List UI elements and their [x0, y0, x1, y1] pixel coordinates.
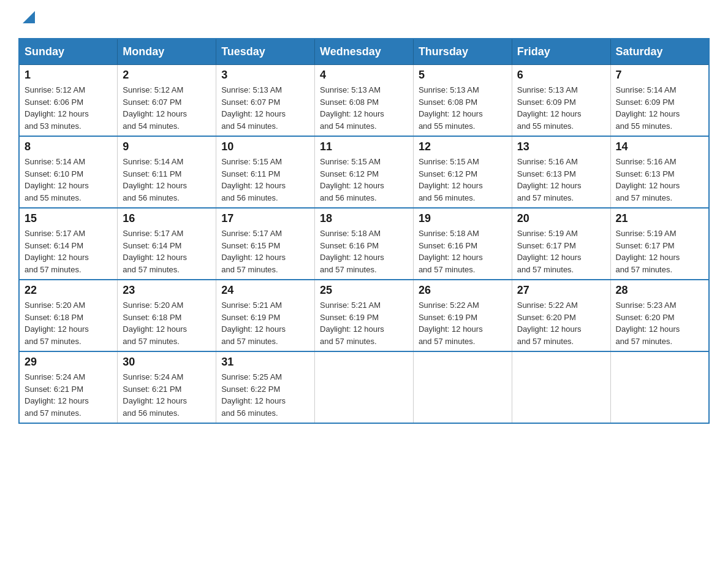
- day-number: 21: [616, 212, 703, 225]
- svg-marker-0: [23, 11, 35, 23]
- calendar-cell: 2 Sunrise: 5:12 AM Sunset: 6:07 PM Dayli…: [118, 65, 216, 137]
- day-number: 19: [419, 212, 507, 225]
- day-number: 29: [25, 356, 112, 369]
- calendar-cell: 28 Sunrise: 5:23 AM Sunset: 6:20 PM Dayl…: [610, 280, 709, 351]
- day-info: Sunrise: 5:18 AM Sunset: 6:16 PM Dayligh…: [419, 228, 507, 275]
- logo: [18, 12, 37, 26]
- day-info: Sunrise: 5:16 AM Sunset: 6:13 PM Dayligh…: [517, 156, 605, 204]
- day-number: 8: [25, 140, 112, 153]
- calendar-cell: 12 Sunrise: 5:15 AM Sunset: 6:12 PM Dayl…: [413, 136, 512, 208]
- calendar-cell: 26 Sunrise: 5:22 AM Sunset: 6:19 PM Dayl…: [413, 280, 512, 351]
- day-number: 11: [320, 140, 408, 153]
- calendar-week-row: 22 Sunrise: 5:20 AM Sunset: 6:18 PM Dayl…: [19, 280, 709, 351]
- calendar-cell: 29 Sunrise: 5:24 AM Sunset: 6:21 PM Dayl…: [19, 351, 118, 423]
- day-number: 5: [419, 69, 507, 82]
- calendar-week-row: 29 Sunrise: 5:24 AM Sunset: 6:21 PM Dayl…: [19, 351, 709, 423]
- calendar-cell: 17 Sunrise: 5:17 AM Sunset: 6:15 PM Dayl…: [216, 208, 315, 280]
- logo-triangle-icon: [20, 9, 37, 26]
- day-info: Sunrise: 5:18 AM Sunset: 6:16 PM Dayligh…: [320, 228, 408, 275]
- day-number: 14: [616, 140, 703, 153]
- day-info: Sunrise: 5:20 AM Sunset: 6:18 PM Dayligh…: [25, 299, 112, 347]
- calendar-cell: 3 Sunrise: 5:13 AM Sunset: 6:07 PM Dayli…: [216, 65, 315, 137]
- day-number: 6: [517, 69, 605, 82]
- day-number: 15: [25, 212, 112, 225]
- day-number: 26: [419, 284, 507, 297]
- day-info: Sunrise: 5:23 AM Sunset: 6:20 PM Dayligh…: [616, 299, 703, 347]
- header-tuesday: Tuesday: [216, 39, 315, 65]
- calendar-cell: 14 Sunrise: 5:16 AM Sunset: 6:13 PM Dayl…: [610, 136, 709, 208]
- day-info: Sunrise: 5:12 AM Sunset: 6:07 PM Dayligh…: [123, 84, 211, 132]
- day-number: 30: [123, 356, 211, 369]
- calendar-cell: 13 Sunrise: 5:16 AM Sunset: 6:13 PM Dayl…: [512, 136, 610, 208]
- calendar-cell: 24 Sunrise: 5:21 AM Sunset: 6:19 PM Dayl…: [216, 280, 315, 351]
- calendar-cell: 9 Sunrise: 5:14 AM Sunset: 6:11 PM Dayli…: [118, 136, 216, 208]
- day-number: 13: [517, 140, 605, 153]
- calendar-cell: [512, 351, 610, 423]
- calendar-week-row: 1 Sunrise: 5:12 AM Sunset: 6:06 PM Dayli…: [19, 65, 709, 137]
- calendar-week-row: 8 Sunrise: 5:14 AM Sunset: 6:10 PM Dayli…: [19, 136, 709, 208]
- day-info: Sunrise: 5:17 AM Sunset: 6:14 PM Dayligh…: [123, 228, 211, 275]
- calendar-cell: 6 Sunrise: 5:13 AM Sunset: 6:09 PM Dayli…: [512, 65, 610, 137]
- day-info: Sunrise: 5:13 AM Sunset: 6:08 PM Dayligh…: [320, 84, 408, 132]
- day-info: Sunrise: 5:17 AM Sunset: 6:15 PM Dayligh…: [221, 228, 309, 275]
- calendar-cell: 5 Sunrise: 5:13 AM Sunset: 6:08 PM Dayli…: [413, 65, 512, 137]
- day-info: Sunrise: 5:15 AM Sunset: 6:12 PM Dayligh…: [419, 156, 507, 204]
- day-info: Sunrise: 5:19 AM Sunset: 6:17 PM Dayligh…: [616, 228, 703, 275]
- calendar-cell: 4 Sunrise: 5:13 AM Sunset: 6:08 PM Dayli…: [315, 65, 414, 137]
- day-info: Sunrise: 5:13 AM Sunset: 6:07 PM Dayligh…: [221, 84, 309, 132]
- day-info: Sunrise: 5:19 AM Sunset: 6:17 PM Dayligh…: [517, 228, 605, 275]
- calendar-cell: [413, 351, 512, 423]
- day-number: 16: [123, 212, 211, 225]
- day-info: Sunrise: 5:20 AM Sunset: 6:18 PM Dayligh…: [123, 299, 211, 347]
- calendar-cell: 1 Sunrise: 5:12 AM Sunset: 6:06 PM Dayli…: [19, 65, 118, 137]
- day-number: 20: [517, 212, 605, 225]
- calendar-cell: 27 Sunrise: 5:22 AM Sunset: 6:20 PM Dayl…: [512, 280, 610, 351]
- header-monday: Monday: [118, 39, 216, 65]
- day-number: 31: [221, 356, 309, 369]
- day-number: 25: [320, 284, 408, 297]
- day-number: 17: [221, 212, 309, 225]
- calendar-cell: 18 Sunrise: 5:18 AM Sunset: 6:16 PM Dayl…: [315, 208, 414, 280]
- header-sunday: Sunday: [19, 39, 118, 65]
- day-number: 28: [616, 284, 703, 297]
- calendar-cell: 25 Sunrise: 5:21 AM Sunset: 6:19 PM Dayl…: [315, 280, 414, 351]
- day-info: Sunrise: 5:22 AM Sunset: 6:19 PM Dayligh…: [419, 299, 507, 347]
- calendar-cell: [610, 351, 709, 423]
- day-info: Sunrise: 5:12 AM Sunset: 6:06 PM Dayligh…: [25, 84, 112, 132]
- calendar-cell: 21 Sunrise: 5:19 AM Sunset: 6:17 PM Dayl…: [610, 208, 709, 280]
- day-number: 27: [517, 284, 605, 297]
- day-info: Sunrise: 5:15 AM Sunset: 6:11 PM Dayligh…: [221, 156, 309, 204]
- day-number: 18: [320, 212, 408, 225]
- day-info: Sunrise: 5:17 AM Sunset: 6:14 PM Dayligh…: [25, 228, 112, 275]
- header-thursday: Thursday: [413, 39, 512, 65]
- calendar-cell: 10 Sunrise: 5:15 AM Sunset: 6:11 PM Dayl…: [216, 136, 315, 208]
- calendar-cell: 31 Sunrise: 5:25 AM Sunset: 6:22 PM Dayl…: [216, 351, 315, 423]
- calendar-cell: 8 Sunrise: 5:14 AM Sunset: 6:10 PM Dayli…: [19, 136, 118, 208]
- calendar-table: SundayMondayTuesdayWednesdayThursdayFrid…: [18, 38, 710, 424]
- header-friday: Friday: [512, 39, 610, 65]
- day-info: Sunrise: 5:14 AM Sunset: 6:11 PM Dayligh…: [123, 156, 211, 204]
- day-number: 24: [221, 284, 309, 297]
- day-info: Sunrise: 5:21 AM Sunset: 6:19 PM Dayligh…: [320, 299, 408, 347]
- calendar-header-row: SundayMondayTuesdayWednesdayThursdayFrid…: [19, 39, 709, 65]
- day-info: Sunrise: 5:16 AM Sunset: 6:13 PM Dayligh…: [616, 156, 703, 204]
- day-info: Sunrise: 5:13 AM Sunset: 6:09 PM Dayligh…: [517, 84, 605, 132]
- calendar-cell: [315, 351, 414, 423]
- day-number: 7: [616, 69, 703, 82]
- day-info: Sunrise: 5:13 AM Sunset: 6:08 PM Dayligh…: [419, 84, 507, 132]
- calendar-cell: 30 Sunrise: 5:24 AM Sunset: 6:21 PM Dayl…: [118, 351, 216, 423]
- calendar-cell: 19 Sunrise: 5:18 AM Sunset: 6:16 PM Dayl…: [413, 208, 512, 280]
- calendar-cell: 7 Sunrise: 5:14 AM Sunset: 6:09 PM Dayli…: [610, 65, 709, 137]
- day-info: Sunrise: 5:15 AM Sunset: 6:12 PM Dayligh…: [320, 156, 408, 204]
- day-number: 12: [419, 140, 507, 153]
- day-number: 23: [123, 284, 211, 297]
- calendar-cell: 23 Sunrise: 5:20 AM Sunset: 6:18 PM Dayl…: [118, 280, 216, 351]
- day-number: 4: [320, 69, 408, 82]
- day-number: 1: [25, 69, 112, 82]
- header-wednesday: Wednesday: [315, 39, 414, 65]
- day-number: 9: [123, 140, 211, 153]
- calendar-cell: 16 Sunrise: 5:17 AM Sunset: 6:14 PM Dayl…: [118, 208, 216, 280]
- calendar-cell: 11 Sunrise: 5:15 AM Sunset: 6:12 PM Dayl…: [315, 136, 414, 208]
- day-info: Sunrise: 5:14 AM Sunset: 6:10 PM Dayligh…: [25, 156, 112, 204]
- day-info: Sunrise: 5:22 AM Sunset: 6:20 PM Dayligh…: [517, 299, 605, 347]
